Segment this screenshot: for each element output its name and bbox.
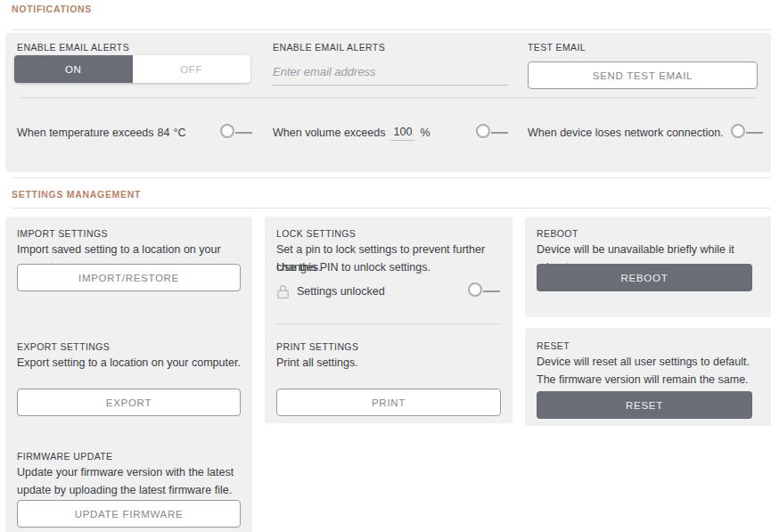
divider bbox=[12, 177, 771, 178]
toggle-track bbox=[491, 132, 508, 134]
device-settings-page: NOTIFICATIONS ENABLE EMAIL ALERTS ON OFF… bbox=[0, 0, 771, 532]
temperature-rule-text: When temperature exceeds bbox=[17, 127, 154, 139]
test-email-column: TEST EMAIL SEND TEST EMAIL bbox=[528, 42, 758, 53]
lock-settings-toggle[interactable] bbox=[468, 282, 500, 300]
import-export-firmware-card: IMPORT SETTINGS Import saved setting to … bbox=[5, 217, 252, 532]
enable-email-alerts-label: ENABLE EMAIL ALERTS bbox=[17, 42, 250, 53]
email-alerts-off-button[interactable]: OFF bbox=[133, 55, 251, 83]
lock-settings-title: LOCK SETTINGS bbox=[276, 228, 356, 239]
email-address-label: ENABLE EMAIL ALERTS bbox=[273, 42, 508, 53]
export-settings-description: Export setting to a location on your com… bbox=[17, 354, 243, 372]
reset-title: RESET bbox=[537, 340, 570, 351]
temperature-value: 84 bbox=[158, 127, 170, 139]
toggle-knob bbox=[476, 124, 490, 138]
volume-threshold-input[interactable] bbox=[390, 126, 414, 141]
network-alert-toggle[interactable] bbox=[731, 124, 763, 142]
export-button[interactable]: EXPORT bbox=[17, 389, 241, 416]
print-button[interactable]: PRINT bbox=[276, 389, 501, 416]
reboot-title: REBOOT bbox=[537, 228, 578, 239]
email-address-column: ENABLE EMAIL ALERTS bbox=[273, 42, 508, 53]
volume-rule-text: When volume exceeds bbox=[273, 127, 385, 139]
divider bbox=[12, 208, 771, 209]
toggle-track bbox=[483, 291, 500, 292]
send-test-email-button[interactable]: SEND TEST EMAIL bbox=[528, 61, 758, 89]
toggle-track bbox=[235, 132, 252, 134]
network-rule-text: When device loses network connection. bbox=[528, 127, 724, 139]
toggle-knob bbox=[468, 282, 482, 297]
divider bbox=[12, 29, 771, 30]
print-settings-description: Print all settings. bbox=[276, 354, 504, 372]
print-settings-title: PRINT SETTINGS bbox=[276, 341, 358, 352]
import-settings-title: IMPORT SETTINGS bbox=[17, 228, 108, 239]
lock-status-text: Settings unlocked bbox=[297, 285, 385, 298]
export-settings-title: EXPORT SETTINGS bbox=[17, 341, 110, 352]
firmware-update-title: FIRMWARE UPDATE bbox=[17, 451, 113, 462]
reset-button[interactable]: RESET bbox=[537, 391, 752, 419]
volume-unit: % bbox=[420, 127, 430, 139]
notifications-section-title: NOTIFICATIONS bbox=[12, 4, 92, 14]
email-alerts-on-button[interactable]: ON bbox=[14, 55, 133, 83]
update-firmware-button[interactable]: UPDATE FIRMWARE bbox=[17, 500, 241, 528]
firmware-update-description: Update your firmware version with the la… bbox=[17, 463, 242, 499]
notifications-panel: ENABLE EMAIL ALERTS ON OFF ENABLE EMAIL … bbox=[5, 33, 771, 172]
lock-status-row: Settings unlocked bbox=[276, 282, 500, 300]
temperature-alert-toggle[interactable] bbox=[220, 124, 252, 142]
network-alert-rule: When device loses network connection. bbox=[528, 124, 763, 142]
reset-description: Device will reset all user settings to d… bbox=[537, 353, 761, 389]
volume-alert-toggle[interactable] bbox=[476, 124, 508, 142]
lock-print-card: LOCK SETTINGS Set a pin to lock settings… bbox=[265, 217, 513, 423]
toggle-knob bbox=[731, 124, 745, 138]
reset-card: RESET Device will reset all user setting… bbox=[525, 328, 771, 426]
divider bbox=[20, 97, 757, 98]
import-restore-button[interactable]: IMPORT/RESTORE bbox=[17, 264, 241, 291]
divider bbox=[276, 323, 501, 324]
toggle-knob bbox=[220, 124, 234, 138]
lock-icon bbox=[276, 284, 290, 299]
temperature-alert-rule: When temperature exceeds 84 °C bbox=[17, 124, 252, 142]
reboot-card: REBOOT Device will be unavailable briefl… bbox=[525, 217, 771, 317]
email-alerts-column: ENABLE EMAIL ALERTS bbox=[17, 42, 250, 53]
test-email-label: TEST EMAIL bbox=[528, 42, 758, 53]
volume-alert-rule: When volume exceeds % bbox=[273, 124, 508, 142]
settings-management-section-title: SETTINGS MANAGEMENT bbox=[12, 189, 141, 200]
toggle-track bbox=[746, 132, 763, 134]
email-alerts-segmented: ON OFF bbox=[14, 55, 250, 83]
reboot-button[interactable]: REBOOT bbox=[537, 264, 752, 291]
email-address-input[interactable] bbox=[273, 61, 508, 86]
temperature-unit: °C bbox=[173, 127, 185, 139]
lock-settings-description-line2: Use this PIN to unlock settings. bbox=[276, 258, 504, 276]
